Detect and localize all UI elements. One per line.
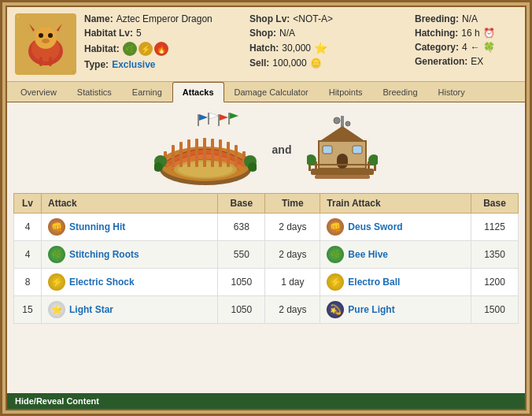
svg-rect-9: [198, 114, 199, 126]
train-icon: 👊: [327, 218, 344, 236]
attack-cell: 🌿 Stitching Roots: [42, 241, 218, 269]
arena-section: and: [7, 102, 525, 193]
flame-icon: 🔥: [154, 42, 168, 56]
time-cell: 2 days: [265, 241, 320, 269]
svg-marker-16: [230, 113, 238, 119]
type-item: Type: Exclusive: [84, 59, 226, 70]
attack-icon: 👊: [48, 218, 65, 236]
tab-attacks[interactable]: Attacks: [172, 82, 224, 102]
lv-cell: 4: [14, 214, 42, 241]
svg-rect-25: [195, 139, 198, 167]
train-base-cell: 1500: [471, 296, 519, 324]
train-attack-name[interactable]: Electro Ball: [348, 277, 400, 288]
hatching-value: 16 h: [461, 28, 479, 39]
attack-icon: ⭐: [48, 301, 65, 318]
hatch-label: Hatch:: [249, 43, 279, 54]
col-time: Time: [265, 194, 320, 214]
shop-label: Shop:: [249, 28, 276, 39]
generation-item: Generation: EX: [415, 56, 526, 67]
train-attack-name[interactable]: Bee Hive: [348, 249, 388, 260]
category-label: Category:: [415, 42, 459, 53]
svg-rect-24: [187, 139, 190, 167]
name-item: Name: Aztec Emperor Dragon: [84, 13, 226, 24]
shop-lv-item: Shop Lv: <NOT-A>: [249, 13, 391, 24]
sell-item: Sell: 100,000 🪙: [249, 58, 391, 69]
header-info: Name: Aztec Emperor Dragon Habitat Lv: 5…: [84, 13, 526, 70]
tab-hitpoints[interactable]: Hitpoints: [319, 82, 373, 102]
attack-icon: 🌿: [48, 246, 65, 263]
tab-history[interactable]: History: [428, 82, 475, 102]
svg-rect-15: [228, 113, 230, 124]
table-row: 4 🌿 Stitching Roots 550 2 days 🌿 Bee Hiv…: [14, 241, 519, 269]
sell-value: 100,000: [272, 58, 306, 69]
time-cell: 2 days: [265, 296, 320, 324]
tower-image: [307, 114, 378, 185]
svg-point-3: [35, 27, 57, 49]
star-icon: ⭐: [314, 42, 327, 54]
info-col-1: Name: Aztec Emperor Dragon Habitat Lv: 5…: [84, 13, 226, 70]
tab-earning[interactable]: Earning: [122, 82, 172, 102]
category-item: Category: 4 ← 🍀: [415, 42, 526, 53]
train-attack-cell: 💫 Pure Light: [320, 296, 471, 324]
svg-rect-29: [227, 142, 230, 167]
tabs-bar: Overview Statistics Earning Attacks Dama…: [7, 82, 525, 102]
train-attack-cell: ⚡ Electro Ball: [320, 269, 471, 296]
table-row: 15 ⭐ Light Star 1050 2 days 💫 Pure Light…: [14, 296, 519, 324]
tab-damage-calculator[interactable]: Damage Calculator: [224, 82, 319, 102]
base-cell: 1050: [218, 269, 265, 296]
breeding-value: N/A: [462, 13, 478, 24]
main-content: and: [7, 102, 525, 393]
footer-label: Hide/Reveal Content: [15, 396, 99, 406]
base-cell: 638: [218, 214, 265, 241]
habitat-lv-value: 5: [136, 28, 142, 39]
time-cell: 2 days: [265, 214, 320, 241]
svg-point-37: [334, 117, 340, 124]
tab-statistics[interactable]: Statistics: [67, 82, 122, 102]
svg-rect-28: [219, 139, 222, 167]
dragon-avatar: [15, 13, 76, 75]
train-base-cell: 1125: [471, 214, 519, 241]
habitat-label: Habitat:: [84, 43, 120, 54]
svg-rect-30: [235, 145, 238, 167]
stadium-image: [154, 110, 257, 189]
attack-name[interactable]: Light Star: [69, 304, 113, 315]
svg-rect-26: [203, 138, 206, 167]
generation-value: EX: [471, 56, 483, 67]
train-base-cell: 1200: [471, 269, 519, 296]
info-col-3: Breeding: N/A Hatching: 16 h ⏰ Category:…: [415, 13, 526, 70]
name-value: Aztec Emperor Dragon: [116, 13, 212, 24]
attacks-table-wrap: Lv Attack Base Time Train Attack Base 4 …: [7, 193, 525, 393]
breeding-item: Breeding: N/A: [415, 13, 526, 24]
svg-marker-39: [319, 126, 366, 142]
footer-bar[interactable]: Hide/Reveal Content: [7, 393, 525, 409]
table-header-row: Lv Attack Base Time Train Attack Base: [14, 194, 519, 214]
shop-item: Shop: N/A: [249, 28, 391, 39]
header: Name: Aztec Emperor Dragon Habitat Lv: 5…: [7, 7, 525, 82]
electric-icon: ⚡: [139, 42, 153, 56]
train-attack-cell: 🌿 Bee Hive: [320, 241, 471, 269]
habitat-lv-label: Habitat Lv:: [84, 28, 133, 39]
svg-marker-12: [209, 113, 218, 119]
lv-cell: 15: [14, 296, 42, 324]
attack-name[interactable]: Stunning Hit: [69, 221, 125, 232]
inner-content: Name: Aztec Emperor Dragon Habitat Lv: 5…: [6, 6, 526, 410]
svg-rect-51: [308, 164, 376, 165]
lv-cell: 4: [14, 241, 42, 269]
svg-rect-13: [218, 114, 220, 126]
clock-icon: ⏰: [483, 28, 495, 39]
svg-point-38: [345, 121, 350, 126]
col-train-attack: Train Attack: [320, 194, 471, 214]
svg-rect-11: [208, 113, 209, 124]
habitat-item: Habitat: 🌿 ⚡ 🔥: [84, 42, 226, 56]
base-cell: 550: [218, 241, 265, 269]
attack-name[interactable]: Electric Shock: [69, 277, 135, 288]
attack-name[interactable]: Stitching Roots: [69, 249, 139, 260]
train-attack-name[interactable]: Deus Sword: [348, 221, 402, 232]
tab-overview[interactable]: Overview: [10, 82, 67, 102]
tab-breeding[interactable]: Breeding: [372, 82, 427, 102]
svg-marker-10: [199, 114, 208, 121]
category-value: 4: [462, 42, 467, 53]
habitat-lv-item: Habitat Lv: 5: [84, 28, 226, 39]
breeding-label: Breeding:: [415, 13, 459, 24]
train-attack-name[interactable]: Pure Light: [348, 304, 394, 315]
